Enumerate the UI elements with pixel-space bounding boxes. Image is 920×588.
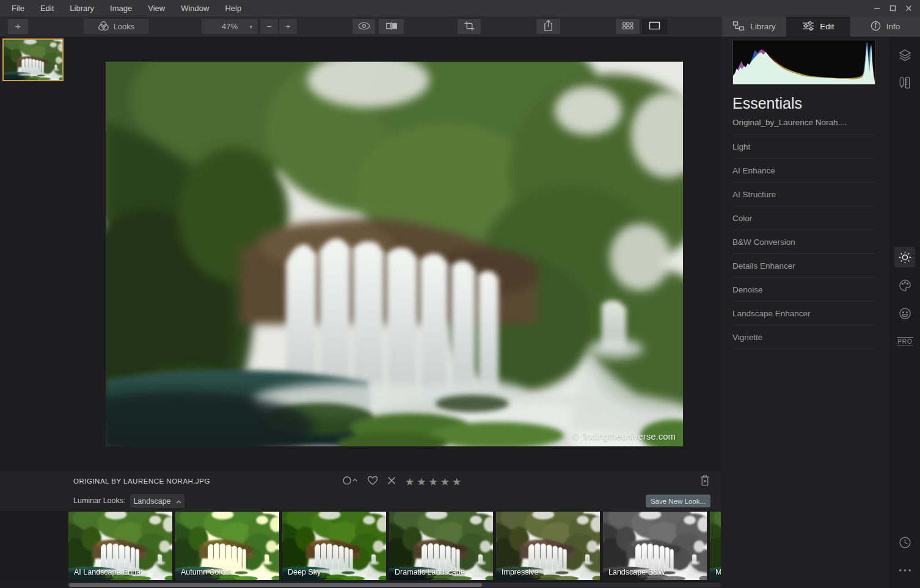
essentials-sun-icon[interactable] bbox=[894, 247, 915, 267]
menu-view[interactable]: View bbox=[140, 0, 173, 16]
menu-help[interactable]: Help bbox=[217, 0, 249, 16]
look-thumb-impressive[interactable]: Impressive bbox=[496, 512, 600, 580]
photo-watermark: © findingtheuniverse.com bbox=[572, 431, 676, 441]
image-canvas: © findingtheuniverse.com bbox=[0, 37, 721, 471]
crop-button[interactable] bbox=[458, 19, 481, 34]
library-icon bbox=[732, 21, 745, 33]
chevron-down-icon: ▾ bbox=[249, 24, 252, 30]
filter-color[interactable]: Color bbox=[732, 206, 875, 230]
menu-image[interactable]: Image bbox=[102, 0, 140, 16]
grid-view-icon bbox=[622, 21, 634, 32]
sliders-icon bbox=[802, 21, 814, 33]
before-after-icon bbox=[385, 21, 398, 33]
filter-bw-conversion[interactable]: B&W Conversion bbox=[732, 230, 875, 254]
look-thumb-landscape-bw[interactable]: Landscape B&W bbox=[603, 512, 707, 580]
filter-details-enhancer[interactable]: Details Enhancer bbox=[732, 254, 875, 278]
favorite-heart-icon[interactable] bbox=[367, 476, 378, 488]
menu-file[interactable]: File bbox=[4, 0, 32, 16]
looks-icon bbox=[98, 21, 109, 33]
zoom-level-select[interactable]: 47% ▾ bbox=[202, 19, 258, 34]
zoom-level-value: 47% bbox=[222, 22, 238, 31]
portrait-smiley-icon[interactable] bbox=[894, 303, 915, 324]
save-new-look-button[interactable]: Save New Look... bbox=[646, 495, 710, 507]
creative-palette-icon[interactable] bbox=[894, 275, 915, 296]
main-photo[interactable]: © findingtheuniverse.com bbox=[106, 62, 683, 446]
grid-view-button[interactable] bbox=[616, 19, 640, 34]
filter-list: Light AI Enhance AI Structure Color B&W … bbox=[732, 134, 875, 349]
rating-controls: ★★★★★ bbox=[342, 473, 464, 491]
bottom-bar: ORIGINAL BY LAURENCE NORAH.JPG ★★★★★ Lum… bbox=[0, 471, 721, 511]
layers-icon[interactable] bbox=[894, 45, 915, 65]
star-rating[interactable]: ★★★★★ bbox=[405, 476, 464, 488]
reject-x-icon[interactable] bbox=[387, 476, 396, 487]
chevron-up-icon bbox=[176, 497, 181, 506]
crop-icon bbox=[464, 20, 475, 34]
look-thumb-partial[interactable]: M bbox=[710, 512, 721, 580]
eye-icon bbox=[357, 21, 371, 32]
applied-look-name: Original_by_Laurence Norah.... bbox=[732, 118, 847, 127]
preview-eye-button[interactable] bbox=[352, 19, 375, 34]
thumbnail-image bbox=[4, 40, 62, 80]
maximize-icon[interactable] bbox=[885, 0, 900, 16]
look-thumb-autumn-colors[interactable]: Autumn Colors bbox=[175, 512, 279, 580]
toolbar: + Looks 47% ▾ − + Libra bbox=[0, 16, 920, 37]
close-icon[interactable] bbox=[900, 0, 916, 16]
history-clock-icon[interactable] bbox=[894, 532, 915, 553]
zoom-in-button[interactable]: + bbox=[279, 19, 297, 34]
single-view-icon bbox=[649, 21, 660, 32]
filter-ai-structure[interactable]: AI Structure bbox=[732, 183, 875, 206]
add-image-button[interactable]: + bbox=[8, 19, 28, 34]
export-button[interactable] bbox=[536, 19, 560, 34]
menu-bar: File Edit Library Image View Window Help bbox=[0, 0, 920, 16]
menu-library[interactable]: Library bbox=[62, 0, 102, 16]
side-tool-strip: PRO bbox=[890, 37, 920, 588]
filter-vignette[interactable]: Vignette bbox=[732, 325, 875, 349]
single-view-button[interactable] bbox=[642, 19, 667, 34]
edit-panel: Essentials Original_by_Laurence Norah...… bbox=[721, 37, 890, 588]
tab-info[interactable]: Info bbox=[850, 16, 920, 37]
waterfall-photo bbox=[106, 62, 683, 446]
menu-window[interactable]: Window bbox=[173, 0, 217, 16]
zoom-out-button[interactable]: − bbox=[260, 19, 278, 34]
luminar-looks-label: Luminar Looks: bbox=[73, 496, 125, 505]
edit-tools-icon[interactable] bbox=[894, 72, 915, 93]
look-thumb-deep-sky[interactable]: Deep Sky bbox=[282, 512, 386, 580]
info-icon bbox=[871, 21, 881, 33]
looks-category-dropdown[interactable]: Landscape bbox=[130, 494, 184, 508]
filmstrip-selected-thumbnail[interactable] bbox=[2, 38, 64, 81]
compare-button[interactable] bbox=[379, 19, 404, 34]
minimize-icon[interactable] bbox=[869, 0, 885, 16]
trash-icon[interactable] bbox=[699, 474, 713, 489]
tab-library[interactable]: Library bbox=[722, 16, 786, 37]
filmstrip-scrollbar-thumb[interactable] bbox=[69, 583, 482, 587]
looks-button-label: Looks bbox=[114, 22, 135, 31]
filter-ai-enhance[interactable]: AI Enhance bbox=[732, 159, 875, 183]
tab-edit[interactable]: Edit bbox=[786, 16, 850, 37]
filter-denoise[interactable]: Denoise bbox=[732, 278, 875, 302]
looks-button[interactable]: Looks bbox=[84, 19, 148, 34]
filter-landscape-enhancer[interactable]: Landscape Enhancer bbox=[732, 302, 875, 325]
luminar-window: File Edit Library Image View Window Help… bbox=[0, 0, 920, 588]
filter-light[interactable]: Light bbox=[732, 135, 875, 159]
menu-edit[interactable]: Edit bbox=[32, 0, 62, 16]
color-label-icon[interactable] bbox=[342, 476, 358, 488]
look-thumb-ai-landscape[interactable]: AI Landscape Enha... bbox=[68, 512, 172, 580]
share-icon bbox=[542, 20, 554, 34]
panel-title: Essentials bbox=[732, 95, 802, 112]
pro-badge: PRO bbox=[897, 337, 913, 346]
window-controls bbox=[869, 0, 916, 16]
current-filename: ORIGINAL BY LAURENCE NORAH.JPG bbox=[73, 477, 210, 485]
more-options-icon[interactable] bbox=[894, 560, 915, 581]
looks-filmstrip: AI Landscape Enha... Autumn Colors Deep … bbox=[0, 511, 721, 581]
histogram bbox=[732, 40, 875, 85]
look-thumb-dramatic-landscape[interactable]: Dramatic Landscape bbox=[389, 512, 493, 580]
filmstrip-scrollbar-track[interactable] bbox=[67, 583, 721, 587]
